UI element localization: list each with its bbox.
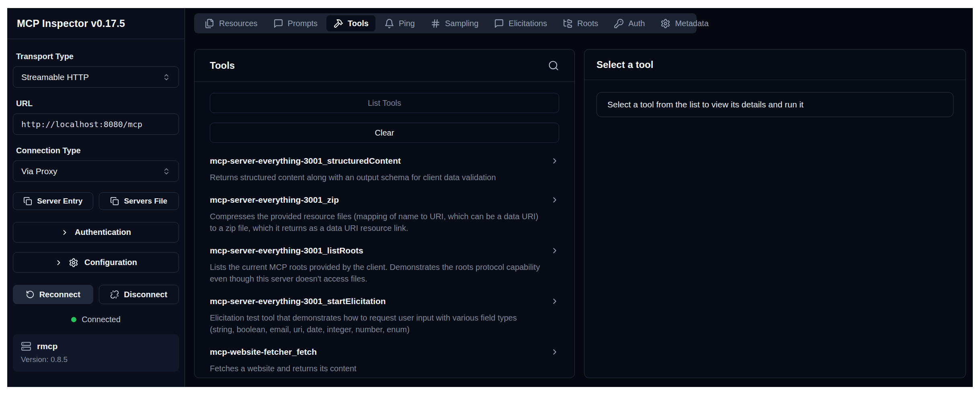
- tool-name: mcp-server-everything-3001_startElicitat…: [210, 295, 386, 307]
- sidebar-body: Transport Type Streamable HTTP URL Conne…: [7, 39, 185, 372]
- connection-type-value: Via Proxy: [21, 167, 57, 176]
- transport-type-value: Streamable HTTP: [21, 72, 89, 82]
- url-input[interactable]: [13, 113, 179, 135]
- transport-type-select[interactable]: Streamable HTTP: [13, 66, 179, 88]
- chevron-right-icon: [61, 228, 69, 237]
- tab-ping[interactable]: Ping: [377, 15, 422, 31]
- tab-sampling[interactable]: Sampling: [424, 15, 485, 31]
- hash-icon: [431, 19, 441, 29]
- server-version: Version: 0.8.5: [21, 355, 171, 364]
- tool-name: mcp-website-fetcher_fetch: [210, 346, 317, 358]
- list-tools-label: List Tools: [368, 99, 401, 108]
- authentication-accordion[interactable]: Authentication: [13, 222, 179, 243]
- server-info-card: rmcp Version: 0.8.5: [13, 334, 179, 372]
- message-square-icon: [273, 19, 283, 29]
- tool-list-item[interactable]: mcp-server-everything-3001_structuredCon…: [210, 155, 559, 183]
- gear-icon: [69, 258, 78, 267]
- detail-panel-title: Select a tool: [597, 59, 653, 70]
- chevron-right-icon: [550, 195, 559, 204]
- connection-type-select[interactable]: Via Proxy: [13, 160, 179, 182]
- tool-description: Fetches a website and returns its conten…: [210, 363, 543, 374]
- folder-tree-icon: [563, 19, 573, 29]
- chevron-right-icon: [550, 156, 559, 165]
- disconnect-button[interactable]: Disconnect: [99, 285, 179, 304]
- servers-file-button[interactable]: Servers File: [99, 192, 179, 210]
- tool-description: Elicitation test tool that demonstrates …: [210, 312, 543, 335]
- status-dot: [71, 317, 76, 322]
- tab-label: Roots: [577, 19, 598, 28]
- tab-auth[interactable]: Auth: [607, 15, 652, 31]
- server-entry-label: Server Entry: [37, 197, 82, 206]
- search-icon[interactable]: [548, 60, 559, 71]
- url-label: URL: [16, 99, 176, 108]
- tool-list-item[interactable]: mcp-server-everything-3001_listRoots Lis…: [210, 245, 559, 285]
- tab-label: Metadata: [675, 19, 708, 28]
- message-square-icon: [494, 19, 504, 29]
- tab-label: Resources: [219, 19, 258, 28]
- configuration-label: Configuration: [84, 258, 137, 267]
- tab-roots[interactable]: Roots: [556, 15, 605, 31]
- sidebar-header: MCP Inspector v0.17.5: [7, 8, 185, 39]
- chevron-right-icon: [550, 348, 559, 356]
- tab-label: Tools: [348, 19, 369, 28]
- configuration-accordion[interactable]: Configuration: [13, 252, 179, 273]
- clear-label: Clear: [375, 128, 394, 138]
- tab-label: Ping: [399, 19, 415, 28]
- tab-prompts[interactable]: Prompts: [267, 15, 324, 31]
- app-title: MCP Inspector v0.17.5: [17, 18, 125, 29]
- tab-label: Elicitations: [508, 19, 547, 28]
- page: MCP Inspector v0.17.5 Transport Type Str…: [0, 0, 980, 395]
- server-name: rmcp: [37, 342, 57, 351]
- status-label: Connected: [82, 315, 121, 324]
- chevrons-up-down-icon: [162, 73, 170, 81]
- tool-description: Compresses the provided resource files (…: [210, 211, 543, 234]
- unlink-icon: [110, 290, 119, 299]
- tool-description: Returns structured content along with an…: [210, 172, 543, 183]
- sidebar: MCP Inspector v0.17.5 Transport Type Str…: [7, 8, 185, 387]
- chevron-right-icon: [550, 246, 559, 255]
- rotate-ccw-icon: [26, 290, 35, 299]
- copy-icon: [110, 197, 119, 206]
- tool-list-item[interactable]: mcp-server-everything-3001_startElicitat…: [210, 295, 559, 335]
- reconnect-button[interactable]: Reconnect: [13, 285, 93, 304]
- connection-type-label: Connection Type: [16, 146, 176, 155]
- tab-label: Prompts: [288, 19, 318, 28]
- main-tabbar: Resources Prompts Tools Ping: [194, 13, 697, 33]
- tool-name: mcp-server-everything-3001_structuredCon…: [210, 155, 401, 167]
- empty-state-message: Select a tool from the list to view its …: [597, 92, 953, 117]
- gear-icon: [660, 19, 670, 29]
- clear-button[interactable]: Clear: [210, 123, 559, 143]
- tool-description: Lists the current MCP roots provided by …: [210, 261, 543, 285]
- connection-status: Connected: [13, 315, 179, 324]
- chevrons-up-down-icon: [162, 167, 170, 175]
- tab-metadata[interactable]: Metadata: [654, 15, 715, 31]
- tool-list-item[interactable]: mcp-website-fetcher_fetch Fetches a webs…: [210, 346, 559, 374]
- transport-type-label: Transport Type: [16, 52, 176, 61]
- chevron-right-icon: [550, 297, 559, 306]
- disconnect-label: Disconnect: [124, 290, 167, 299]
- tool-name: mcp-server-everything-3001_listRoots: [210, 245, 363, 257]
- servers-file-label: Servers File: [124, 197, 167, 206]
- mcp-inspector-app: MCP Inspector v0.17.5 Transport Type Str…: [7, 8, 973, 387]
- tab-label: Auth: [628, 19, 645, 28]
- tab-resources[interactable]: Resources: [198, 15, 264, 31]
- tools-panel-title: Tools: [210, 60, 235, 71]
- copy-icon: [23, 197, 32, 206]
- tab-elicitations[interactable]: Elicitations: [487, 15, 554, 31]
- server-icon: [21, 341, 31, 352]
- list-tools-button[interactable]: List Tools: [210, 93, 559, 113]
- bell-icon: [384, 19, 394, 29]
- key-icon: [614, 19, 624, 29]
- files-icon: [205, 19, 215, 29]
- authentication-label: Authentication: [75, 228, 131, 237]
- hammer-icon: [333, 19, 343, 29]
- tool-list-item[interactable]: mcp-server-everything-3001_zip Compresse…: [210, 194, 559, 234]
- tab-tools[interactable]: Tools: [326, 15, 375, 31]
- reconnect-label: Reconnect: [39, 290, 80, 299]
- tool-list: mcp-server-everything-3001_structuredCon…: [210, 155, 559, 374]
- chevron-right-icon: [55, 259, 63, 267]
- tools-panel: Tools List Tools Clear mcp-server-everyt…: [194, 49, 575, 378]
- server-entry-button[interactable]: Server Entry: [13, 192, 93, 210]
- tool-name: mcp-server-everything-3001_zip: [210, 194, 339, 206]
- tool-detail-panel: Select a tool Select a tool from the lis…: [584, 49, 966, 378]
